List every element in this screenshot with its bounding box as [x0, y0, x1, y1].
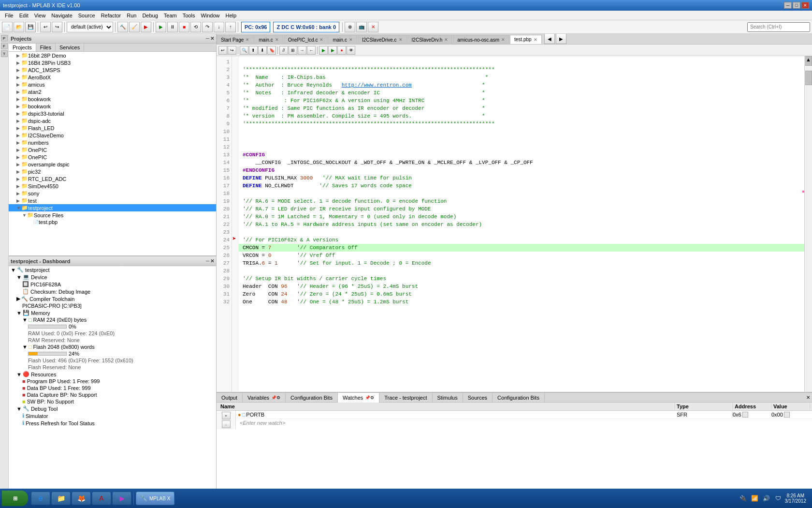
tab-close-main-2[interactable]: ✕	[349, 37, 353, 42]
list-item[interactable]: ▶📁 amicus	[9, 81, 216, 88]
watch-add-button[interactable]: +	[222, 412, 231, 419]
watch-remove-button[interactable]: -	[222, 420, 231, 428]
list-item[interactable]: ▶📁 atan2	[9, 88, 216, 95]
tab-output[interactable]: Output	[217, 393, 243, 403]
list-item-testproject[interactable]: ▼📁 testproject	[9, 204, 216, 211]
variables-settings[interactable]: ⚙	[276, 395, 280, 400]
step-over-button[interactable]: ↷	[202, 22, 213, 32]
tab-projects[interactable]: Projects	[9, 44, 36, 51]
list-item[interactable]: ▶📁 16Bit 28Pin USB3	[9, 59, 216, 66]
project-selector[interactable]: default (active)	[67, 22, 113, 32]
list-item[interactable]: ▶📁 ADC_1MSPS	[9, 66, 216, 74]
menu-source[interactable]: Source	[75, 12, 98, 19]
menu-file[interactable]: File	[2, 12, 16, 19]
save-button[interactable]: 💾	[25, 22, 36, 32]
tab-files[interactable]: Files	[36, 44, 56, 51]
run-button[interactable]: ▶	[141, 22, 151, 32]
ed-debugrun[interactable]: ▶	[319, 46, 328, 55]
stop-debug-button[interactable]: ✕	[368, 22, 378, 32]
ed-format[interactable]: ⊞	[289, 46, 297, 55]
list-item[interactable]: ▶📁 16bit 28P Demo	[9, 52, 216, 59]
dash-pic[interactable]: 🔲 PIC16F628A	[9, 281, 216, 288]
tab-close-start[interactable]: ✕	[246, 37, 249, 42]
tab-test-pbp[interactable]: test.pbp✕	[510, 35, 542, 44]
list-item[interactable]: ▶📁 SimDev4550	[9, 182, 216, 190]
watch-addr-btn[interactable]	[742, 412, 748, 418]
dash-debug-section[interactable]: ▼ 🔧 Debug Tool	[9, 405, 216, 412]
taskbar-media[interactable]: ▶	[112, 492, 131, 505]
menu-help[interactable]: Help	[223, 12, 240, 19]
ed-bookmark-prev[interactable]: ⬆	[249, 46, 258, 55]
menu-window[interactable]: Window	[198, 12, 222, 19]
dash-device-section[interactable]: ▼ 💻 Device	[9, 273, 216, 281]
menu-run[interactable]: Run	[124, 12, 139, 19]
tab-i2cslave-drv-h[interactable]: I2CSlaveDrv.h✕	[407, 35, 453, 44]
tab-start-page[interactable]: Start Page✕	[217, 35, 254, 44]
dash-refresh[interactable]: ℹ Press Refresh for Tool Status	[9, 419, 216, 427]
dash-ram-header[interactable]: ▼ □ RAM 224 (0xE0) bytes	[9, 316, 216, 323]
ed-bookmark-next[interactable]: ⬇	[258, 46, 267, 55]
code-content[interactable]: '***************************************…	[239, 56, 812, 392]
ed-fwd-button[interactable]: ↪	[228, 46, 236, 55]
tab-close-i2cslave[interactable]: ✕	[399, 37, 403, 42]
nav-icon-2[interactable]: F	[1, 43, 8, 49]
tab-onepic-lcd[interactable]: OnePIC_lcd.c✕	[284, 35, 328, 44]
step-into-button[interactable]: ↓	[214, 22, 224, 32]
list-item[interactable]: ▶📁 Flash_LED	[9, 124, 216, 132]
menu-debug[interactable]: Debug	[139, 12, 160, 19]
ed-bookmark-toggle[interactable]: 🔖	[267, 46, 276, 55]
dash-resources-section[interactable]: ▼ 🔴 Resources	[9, 371, 216, 378]
tab-amicus[interactable]: amicus-no-osc.asm✕	[453, 35, 509, 44]
dash-checksum[interactable]: 📋 Checksum: Debug Image	[9, 288, 216, 295]
clean-button[interactable]: 🧹	[129, 22, 140, 32]
debug-pause-button[interactable]: ⏸	[167, 22, 178, 32]
dashboard-close[interactable]: ✕	[210, 258, 214, 264]
maximize-button[interactable]: □	[793, 2, 800, 9]
watch-row-portb[interactable]: ● □ PORTB SFR 0x6	[236, 411, 812, 419]
nav-icon-3[interactable]: T	[1, 50, 8, 57]
list-item[interactable]: ▶📁 OnePIC	[9, 146, 216, 153]
debug-run-button[interactable]: ▶	[156, 22, 166, 32]
debug-reset-button[interactable]: ⟲	[190, 22, 201, 32]
projects-panel-close[interactable]: ✕	[210, 36, 214, 41]
redo-button[interactable]: ↪	[52, 22, 62, 32]
taskbar-mplab[interactable]: 🔧 MPLAB X	[136, 492, 174, 505]
taskbar-ie[interactable]: e	[31, 492, 50, 505]
start-button[interactable]: ⊞	[2, 491, 28, 506]
scrollbar-thumb[interactable]	[805, 71, 812, 85]
list-item[interactable]: ▶📁 AeroBotX	[9, 74, 216, 81]
ed-watch[interactable]: 👁	[347, 46, 355, 55]
dashboard-minimize[interactable]: ─	[206, 258, 209, 264]
dash-simulator[interactable]: ℹ Simulator	[9, 412, 216, 419]
undo-button[interactable]: ↩	[40, 22, 51, 32]
taskbar-firefox[interactable]: 🦊	[72, 492, 91, 505]
list-item[interactable]: ▶📁 test	[9, 197, 216, 204]
menu-view[interactable]: View	[31, 12, 49, 19]
list-item-source-files[interactable]: ▼📁 Source Files	[9, 211, 216, 219]
tab-prev-button[interactable]: ◀	[544, 34, 555, 44]
list-item[interactable]: ▶📁 dspic-adc	[9, 117, 216, 124]
nav-icon-1[interactable]: P	[1, 35, 8, 42]
list-item[interactable]: ▶📁 oversample dspic	[9, 161, 216, 168]
tab-stimulus[interactable]: Stimulus	[433, 393, 463, 403]
open-button[interactable]: 📂	[14, 22, 24, 32]
tab-main-c-2[interactable]: main.c✕	[328, 35, 357, 44]
dash-project-root[interactable]: ▼ 🔧 testproject	[9, 266, 216, 273]
list-item[interactable]: ▶📁 OnePIC	[9, 153, 216, 161]
list-item-test-pbp[interactable]: 📄 test.pbp	[9, 219, 216, 225]
watch-val-btn[interactable]	[784, 412, 790, 418]
list-item[interactable]: ▶📁 sony	[9, 190, 216, 197]
list-item[interactable]: ▶📁 pic32	[9, 168, 216, 175]
search-input[interactable]	[747, 22, 810, 32]
list-item[interactable]: ▶📁 bookwork	[9, 95, 216, 103]
watch-add-entry-row[interactable]: <Enter new watch>	[236, 419, 812, 427]
menu-refactor[interactable]: Refactor	[98, 12, 124, 19]
projects-panel-minimize[interactable]: ─	[206, 36, 209, 41]
ed-back-button[interactable]: ↩	[218, 46, 227, 55]
taskbar-explorer[interactable]: 📁	[51, 492, 71, 505]
debug-stop-button[interactable]: ■	[179, 22, 189, 32]
list-item[interactable]: ▶📁 dspic33-tutorial	[9, 110, 216, 117]
ed-indent[interactable]: →	[298, 46, 306, 55]
dash-memory-section[interactable]: ▼ 💾 Memory	[9, 309, 216, 316]
new-project-button[interactable]: 📄	[2, 22, 13, 32]
